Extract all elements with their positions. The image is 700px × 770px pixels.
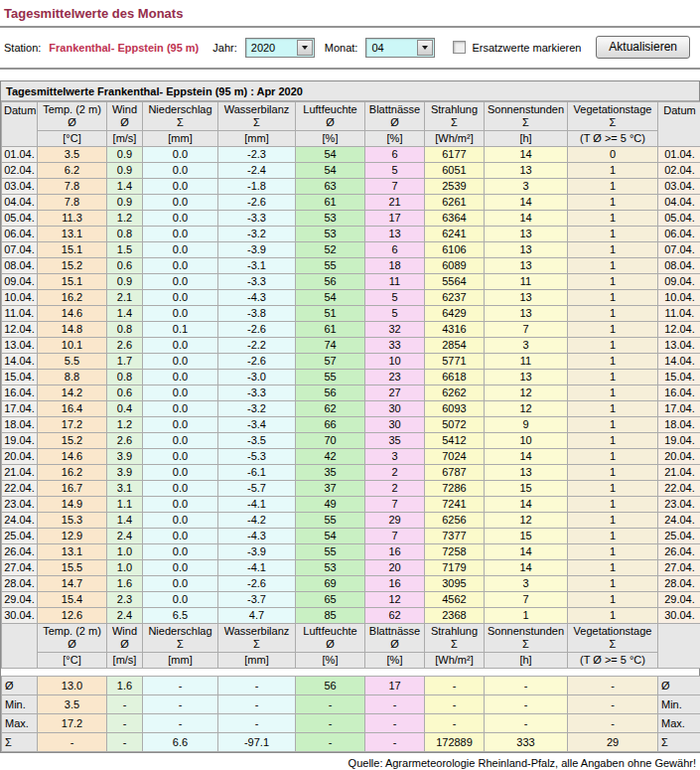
- data-cell: 2: [365, 465, 425, 481]
- summary-cell: -: [218, 714, 296, 733]
- ersatzwerte-checkbox[interactable]: [453, 41, 466, 54]
- table-row: 03.04.7.81.40.0-1.863725393103.04.: [2, 179, 700, 195]
- column-header: WasserbilanzΣ: [218, 102, 296, 131]
- unit-cell: [mm]: [218, 653, 296, 669]
- date-cell: 15.04.: [2, 370, 38, 385]
- data-cell: 7377: [425, 529, 485, 544]
- data-cell: 1.0: [107, 544, 143, 560]
- summary-cell: -: [425, 677, 485, 695]
- year-select[interactable]: 2020: [245, 38, 315, 58]
- data-cell: 12: [485, 401, 568, 417]
- data-cell: 3.1: [107, 481, 143, 497]
- column-header: WindØ: [107, 624, 143, 653]
- data-cell: 1: [568, 513, 658, 529]
- summary-cell: 1.6: [107, 677, 143, 695]
- data-cell: -3.3: [218, 211, 296, 227]
- data-cell: 5: [365, 290, 425, 306]
- data-cell: 49: [296, 497, 365, 513]
- column-header-datum-left: Datum: [2, 102, 38, 147]
- data-cell: 1: [568, 290, 658, 306]
- data-cell: 61: [296, 322, 365, 338]
- data-cell: 6: [365, 147, 425, 163]
- date-cell: 29.04.: [2, 592, 38, 608]
- data-cell: 5771: [425, 354, 485, 370]
- column-header: SonnenstundenΣ: [485, 102, 568, 131]
- data-cell: 6051: [425, 163, 485, 179]
- data-cell: -2.6: [218, 322, 296, 338]
- data-cell: 1: [568, 560, 658, 576]
- data-cell: -5.3: [218, 449, 296, 465]
- header-row: Temp. (2 m)ØWindØNiederschlagΣWasserbila…: [2, 624, 700, 653]
- data-cell: 7286: [425, 481, 485, 497]
- aktualisieren-button[interactable]: Aktualisieren: [596, 36, 690, 59]
- summary-cell: -: [296, 695, 365, 714]
- data-cell: 17: [365, 211, 425, 227]
- data-cell: 1.0: [107, 560, 143, 576]
- data-cell: 15.2: [38, 258, 107, 274]
- data-cell: 15.1: [38, 274, 107, 290]
- data-cell: 52: [296, 242, 365, 258]
- data-cell: 0.0: [143, 227, 218, 242]
- table-row: 24.04.15.31.40.0-4.25529625612124.04.: [2, 513, 700, 529]
- data-cell: 6: [365, 242, 425, 258]
- date-cell: 20.04.: [2, 449, 38, 465]
- data-cell: 66: [296, 417, 365, 433]
- summary-cell: 17.2: [38, 714, 107, 733]
- month-label: Monat:: [325, 42, 358, 54]
- date-cell: 07.04.: [2, 242, 38, 258]
- data-cell: 6237: [425, 290, 485, 306]
- date-cell: 28.04.: [2, 576, 38, 592]
- data-cell: 6.5: [143, 608, 218, 624]
- data-cell: 10: [365, 354, 425, 370]
- footer-source: Quelle: Agrarmeteorologie Rheinland-Pfal…: [0, 756, 696, 770]
- data-cell: 6093: [425, 401, 485, 417]
- data-cell: 14.9: [38, 497, 107, 513]
- month-select-value: 04: [366, 42, 383, 54]
- date-cell: 16.04.: [658, 385, 700, 401]
- data-cell: 0.0: [143, 449, 218, 465]
- date-cell: 09.04.: [658, 274, 700, 290]
- summary-cell: -: [568, 695, 658, 714]
- data-cell: 1: [568, 179, 658, 195]
- data-cell: 15: [485, 481, 568, 497]
- data-cell: -1.8: [218, 179, 296, 195]
- column-header: LuftfeuchteØ: [296, 102, 365, 131]
- date-cell: 27.04.: [2, 560, 38, 576]
- chevron-down-icon[interactable]: [297, 40, 313, 56]
- column-header: SonnenstundenΣ: [485, 624, 568, 653]
- unit-cell: [%]: [296, 653, 365, 669]
- unit-row: [°C][m/s][mm][mm][%][%][Wh/m²][h](T Ø >=…: [2, 131, 700, 147]
- summary-label-left: Σ: [2, 733, 38, 752]
- summary-cell: -: [425, 695, 485, 714]
- chevron-down-icon[interactable]: [417, 40, 433, 56]
- unit-cell: [°C]: [38, 131, 107, 147]
- table-row: 15.04.8.80.80.0-3.05523661813115.04.: [2, 370, 700, 385]
- data-cell: -2.2: [218, 338, 296, 354]
- data-cell: -2.6: [218, 576, 296, 592]
- table-row: 22.04.16.73.10.0-5.7372728615122.04.: [2, 481, 700, 497]
- data-cell: 63: [296, 179, 365, 195]
- unit-cell: [mm]: [218, 131, 296, 147]
- data-cell: 1: [568, 163, 658, 179]
- data-cell: 65: [296, 592, 365, 608]
- data-cell: 6261: [425, 195, 485, 211]
- table-title: Tagesmittelwerte Frankenthal- Eppstein (…: [1, 81, 699, 101]
- date-cell: 01.04.: [2, 147, 38, 163]
- date-cell: 19.04.: [658, 433, 700, 449]
- unit-cell: [mm]: [143, 653, 218, 669]
- data-cell: 13.1: [38, 544, 107, 560]
- data-cell: -5.7: [218, 481, 296, 497]
- date-cell: 04.04.: [2, 195, 38, 211]
- date-cell: 10.04.: [2, 290, 38, 306]
- date-cell: 19.04.: [2, 433, 38, 449]
- data-cell: 2539: [425, 179, 485, 195]
- summary-cell: 3.5: [38, 695, 107, 714]
- month-select[interactable]: 04: [365, 38, 435, 58]
- table-row: 19.04.15.22.60.0-3.57035541210119.04.: [2, 433, 700, 449]
- data-cell: 29: [365, 513, 425, 529]
- data-cell: 0.0: [143, 274, 218, 290]
- data-cell: 3.9: [107, 465, 143, 481]
- data-cell: 56: [296, 385, 365, 401]
- data-cell: 5: [365, 163, 425, 179]
- data-cell: 53: [296, 227, 365, 242]
